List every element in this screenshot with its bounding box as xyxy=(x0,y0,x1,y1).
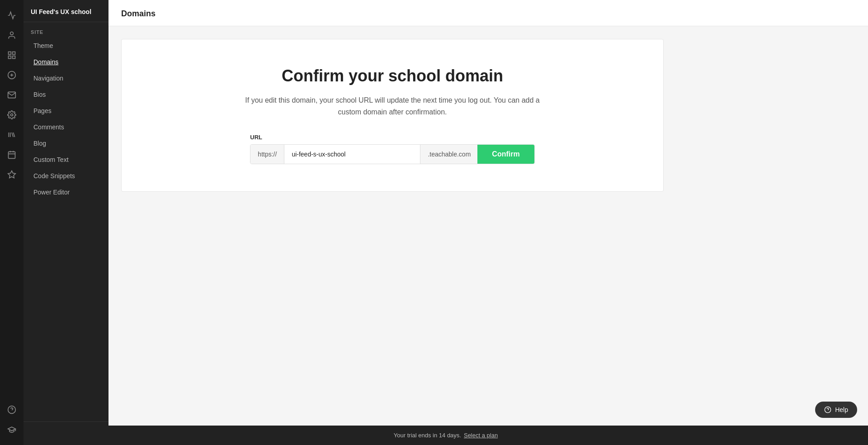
help-button-label: Help xyxy=(835,406,848,413)
library-icon[interactable] xyxy=(4,127,20,143)
email-icon[interactable] xyxy=(4,87,20,103)
dashboard-icon[interactable] xyxy=(4,47,20,63)
url-label: URL xyxy=(250,134,534,141)
sidebar-item-comments[interactable]: Comments xyxy=(26,119,106,135)
card-description: If you edit this domain, your school URL… xyxy=(234,95,551,118)
svg-rect-1 xyxy=(9,52,11,55)
url-prefix: https:// xyxy=(250,145,284,164)
help-circle-icon[interactable] xyxy=(4,402,20,418)
sidebar-header: UI Feed's UX school xyxy=(24,0,108,22)
graduation-icon[interactable] xyxy=(4,421,20,438)
svg-marker-15 xyxy=(8,171,16,178)
help-button-icon xyxy=(824,406,831,413)
sidebar-item-power-editor[interactable]: Power Editor xyxy=(26,185,106,200)
settings-icon[interactable] xyxy=(4,107,20,123)
sidebar-section-site: SITE xyxy=(24,22,108,38)
url-input-group: https:// .teachable.com Confirm xyxy=(250,144,534,164)
select-plan-link[interactable]: Select a plan xyxy=(464,432,498,439)
text-sidebar: UI Feed's UX school SITE Theme Domains N… xyxy=(24,0,108,445)
confirm-button[interactable]: Confirm xyxy=(477,145,534,164)
trial-bottom-bar: Your trial ends in 14 days. Select a pla… xyxy=(108,426,868,445)
svg-rect-2 xyxy=(13,52,15,55)
url-input[interactable] xyxy=(284,145,420,164)
trial-text: Your trial ends in 14 days. xyxy=(394,432,461,439)
sidebar-item-custom-text[interactable]: Custom Text xyxy=(26,152,106,167)
users-icon[interactable] xyxy=(4,27,20,43)
main-header: Domains xyxy=(108,0,868,26)
sidebar-item-theme[interactable]: Theme xyxy=(26,38,106,53)
sidebar-item-bios[interactable]: Bios xyxy=(26,87,106,102)
url-section: URL https:// .teachable.com Confirm xyxy=(250,134,534,164)
help-button[interactable]: Help xyxy=(815,402,857,418)
analytics-icon[interactable] xyxy=(4,7,20,24)
main-content-area: Confirm your school domain If you edit t… xyxy=(108,26,868,445)
sidebar-item-pages[interactable]: Pages xyxy=(26,103,106,118)
page-title: Domains xyxy=(121,9,855,19)
card-title: Confirm your school domain xyxy=(158,66,627,85)
sidebar-item-code-snippets[interactable]: Code Snippets xyxy=(26,168,106,184)
design-icon[interactable] xyxy=(4,166,20,183)
url-suffix: .teachable.com xyxy=(420,145,478,164)
sidebar-item-blog[interactable]: Blog xyxy=(26,136,106,151)
svg-rect-3 xyxy=(13,56,15,59)
main-content: Domains Confirm your school domain If yo… xyxy=(108,0,868,445)
sidebar-item-domains[interactable]: Domains xyxy=(26,54,106,70)
calendar-icon[interactable] xyxy=(4,147,20,163)
svg-point-8 xyxy=(11,114,13,116)
icon-sidebar xyxy=(0,0,24,445)
svg-rect-11 xyxy=(9,151,15,158)
sales-icon[interactable] xyxy=(4,67,20,83)
domain-card: Confirm your school domain If you edit t… xyxy=(121,39,664,192)
svg-point-0 xyxy=(10,32,14,35)
sidebar-item-navigation[interactable]: Navigation xyxy=(26,71,106,86)
svg-rect-4 xyxy=(9,56,11,59)
